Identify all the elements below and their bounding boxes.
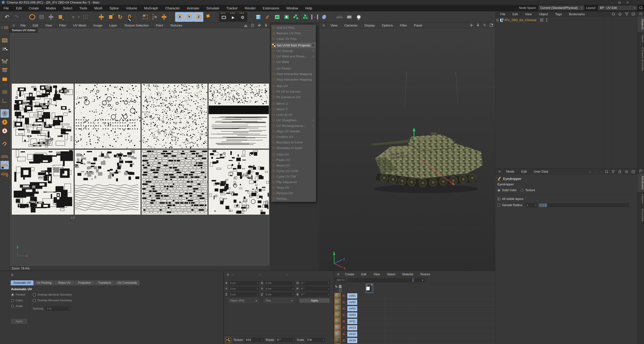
make-editable-button[interactable]: ⇩ [0, 23, 9, 32]
menu-modes[interactable]: Modes [42, 5, 60, 11]
redo-button[interactable]: ↷ [12, 12, 21, 22]
checkbox-overlap-identical-geometry[interactable] [33, 293, 36, 296]
viewport-menu-view[interactable]: View [327, 23, 341, 29]
menu-extensions[interactable]: Extensions [259, 5, 283, 11]
workplane-lock-button[interactable] [0, 161, 9, 169]
cube-primitive-button[interactable] [254, 12, 263, 22]
menu-edit[interactable]: Edit [12, 5, 25, 11]
material-row-uv11[interactable]: ✕ UV11 [334, 318, 496, 325]
snap-enabled-button[interactable]: S [0, 118, 9, 126]
delete-material-icon[interactable]: ✕ [342, 313, 346, 317]
panel-tab-layers[interactable]: Layers [638, 192, 644, 206]
material-row-uv13[interactable]: ✕ UV13 [334, 325, 496, 331]
checkbox-overlap-mirrored-geometry[interactable] [33, 299, 36, 302]
magnet-tool-button[interactable]: U [0, 139, 9, 148]
menu-render[interactable]: Render [241, 5, 259, 11]
path-up-icon[interactable] [618, 12, 622, 16]
parent-icon[interactable]: ↑ [600, 170, 602, 173]
layer-chip-icon[interactable] [339, 285, 342, 288]
editor-visibility-toggle[interactable] [540, 18, 544, 22]
material-preview-sphere[interactable] [334, 306, 340, 312]
menu-item-set-uvw-from-projection[interactable]: Set UVW from Projection... ⚙ [271, 42, 316, 48]
material-preview-sphere[interactable] [334, 312, 340, 318]
panel-menu-icon[interactable]: ≡ [225, 273, 231, 277]
search-icon[interactable] [605, 170, 608, 173]
attr-menu-edit[interactable]: Edit [518, 169, 530, 175]
material-row-uv01[interactable]: ✕ UV01 [334, 293, 496, 299]
menu-simulate[interactable]: Simulate [203, 5, 223, 11]
menu-tools[interactable]: Tools [76, 5, 91, 11]
volume-builder-button[interactable] [300, 12, 310, 22]
delete-material-icon[interactable]: ✕ [342, 300, 346, 305]
add-panel-icon[interactable] [639, 170, 642, 172]
workplane-l-button[interactable] [0, 97, 9, 105]
menu-mograph[interactable]: MoGraph [140, 5, 162, 11]
material-menu-create[interactable]: Create [342, 271, 358, 278]
viewport-menu-panel[interactable]: Panel [410, 23, 426, 29]
material-preview-sphere[interactable] [334, 299, 340, 305]
uv-menu-textures[interactable]: Textures [166, 22, 186, 29]
layout-dropdown[interactable]: BP - UV Edit ▾ [598, 5, 637, 10]
size-y-field[interactable]: 0 cm ▴▾ [264, 287, 294, 291]
select-cube-button[interactable] [37, 12, 46, 22]
polygons-mode-button[interactable] [0, 75, 9, 83]
checkbox-all-visible-layers[interactable]: ✔ [498, 197, 500, 200]
material-name[interactable]: UV02 [347, 300, 357, 305]
om-menu-file[interactable]: File [497, 11, 509, 17]
delete-material-icon[interactable]: ✕ [342, 326, 346, 330]
zoom-view-icon[interactable] [264, 23, 268, 27]
lock-icon[interactable] [618, 170, 622, 174]
polygon-object-button[interactable] [272, 12, 282, 22]
material-menu-select[interactable]: Select [384, 271, 399, 278]
pivot-marker[interactable] [428, 147, 432, 151]
position-z-field[interactable]: 0 cm ▴▾ [229, 292, 259, 297]
workplane-grid-button[interactable] [0, 152, 9, 161]
sample-radius-slider-handle[interactable] [539, 203, 546, 207]
select-move-button[interactable] [46, 12, 56, 22]
uv-menu-paint[interactable]: Paint [152, 22, 166, 29]
pen-icon[interactable]: ✎ [335, 285, 338, 289]
om-menu-object[interactable]: Object [535, 11, 552, 17]
workplane-rotate-button[interactable]: ↻ [0, 170, 9, 178]
mograph-button[interactable]: → [310, 12, 320, 22]
render-picture-button[interactable]: ▶ [228, 12, 238, 22]
object-name[interactable]: IFV_ZBD_04_Chinese [504, 18, 536, 22]
material-name[interactable]: UV11 [347, 319, 357, 324]
tab-transform[interactable]: Transform [95, 280, 114, 285]
om-menu-bookmarks[interactable]: Bookmarks [565, 11, 588, 17]
mesh-object-button[interactable] [282, 12, 291, 22]
snap-texture-button[interactable]: U [125, 12, 134, 22]
delete-material-icon[interactable]: ✕ [342, 338, 346, 343]
viewport-menu-display[interactable]: Display [361, 23, 378, 29]
material-preview-sphere[interactable] [334, 338, 340, 344]
axis-x-button[interactable]: X [175, 12, 184, 22]
add-panel-icon[interactable] [632, 12, 636, 16]
radio-angle[interactable] [11, 305, 14, 308]
filter-icon[interactable] [625, 12, 629, 16]
material-menu-material[interactable]: Material [399, 271, 417, 278]
attr-menu-mode[interactable]: Mode [503, 169, 518, 175]
add-panel-icon[interactable] [631, 170, 635, 174]
coord-mode-dropdown[interactable]: Object (Rel) ▾ [228, 298, 259, 303]
render-view-button[interactable] [219, 12, 228, 22]
material-preview-sphere[interactable] [334, 331, 340, 337]
axis-y-button[interactable]: Y [184, 12, 194, 22]
checkbox-sample-radius[interactable] [498, 204, 500, 207]
snap-disabled-button[interactable]: S [0, 109, 9, 118]
history-forward-icon[interactable]: → [595, 170, 598, 173]
material-row-uv02[interactable]: ✕ UV02 [334, 299, 496, 306]
rotate-tool-button[interactable]: ↻ [116, 12, 125, 22]
dolly-view-icon[interactable] [476, 23, 480, 27]
filter-icon[interactable] [611, 170, 615, 174]
uv-canvas[interactable]: 1,0 V U [10, 33, 270, 266]
tab-projection[interactable]: Projection [75, 280, 94, 285]
viewport-menu-options[interactable]: Options [378, 23, 396, 29]
material-name[interactable]: UV13 [347, 325, 357, 331]
material-preview-sphere[interactable] [334, 293, 340, 299]
delete-material-icon[interactable]: ✕ [342, 319, 346, 324]
object-row[interactable]: IFV_ZBD_04_Chinese [495, 17, 637, 23]
edges-mode-button[interactable] [0, 66, 9, 75]
minimize-button[interactable]: – [611, 1, 613, 4]
select-rect-button[interactable]: ▾ [56, 12, 65, 22]
snap-3d-button[interactable]: S [0, 127, 9, 135]
